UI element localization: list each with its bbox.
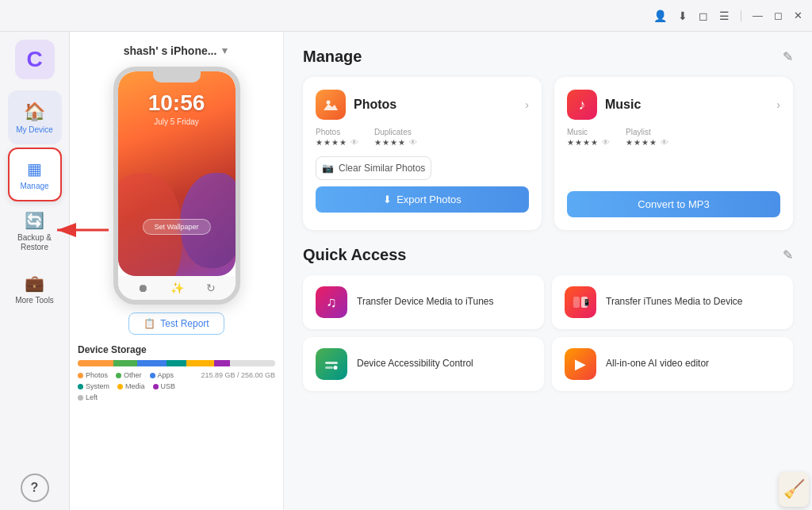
home-icon: 🏠 — [24, 102, 45, 122]
set-wallpaper-button[interactable]: Set Wallpaper — [142, 219, 210, 235]
legend-media: Media — [117, 382, 145, 390]
close-button[interactable]: ✕ — [794, 10, 802, 21]
export-icon: ⬇ — [383, 194, 392, 205]
legend-other-dot — [116, 373, 121, 378]
legend-left: Left — [78, 393, 98, 401]
user-icon[interactable]: 👤 — [653, 10, 667, 22]
clear-similar-photos-button[interactable]: 📷 Clear Similar Photos — [316, 156, 431, 180]
qa-transfer-device[interactable]: 📱 Transfer iTunes Media to Device — [552, 275, 793, 329]
titlebar: 👤 ⬇ ◻ ☰ ― ◻ ✕ — [0, 0, 812, 32]
manage-edit-icon[interactable]: ✎ — [783, 49, 793, 64]
brush-icon: 🧹 — [783, 479, 805, 500]
svg-point-10 — [334, 366, 338, 370]
convert-to-mp3-button[interactable]: Convert to MP3 — [567, 191, 780, 217]
storage-system-seg — [167, 360, 186, 366]
accessibility-icon — [316, 348, 347, 380]
photos-eye-icon: 👁 — [350, 138, 358, 147]
storage-total: 215.89 GB / 256.00 GB — [201, 371, 275, 379]
app-logo: C — [15, 40, 55, 79]
svg-text:📱: 📱 — [583, 298, 589, 306]
sidebar-item-manage-label: Manage — [20, 182, 48, 190]
sidebar-item-backup-label: Backup &Restore — [17, 233, 52, 252]
sidebar-item-more-tools[interactable]: 💼 More Tools — [8, 262, 62, 316]
legend-apps-dot — [150, 373, 155, 378]
phone-notch — [153, 71, 201, 82]
music-card-header: ♪ Music › — [567, 90, 780, 120]
device-storage: Device Storage Photos — [78, 344, 275, 401]
menu-icon[interactable]: ☰ — [719, 10, 730, 22]
music-stars: ★★★★ — [567, 138, 599, 147]
sidebar-item-my-device-label: My Device — [16, 125, 53, 134]
music-card-title: Music — [605, 98, 641, 112]
legend-system: System — [78, 382, 109, 390]
brush-tool-button[interactable]: 🧹 — [779, 472, 809, 507]
device-actions: 📋 Test Report — [78, 313, 275, 335]
qa-video-editor[interactable]: ▶ All-in-one AI video editor — [552, 337, 793, 391]
photos-card: Photos › Photos ★★★★ 👁 — [303, 77, 542, 230]
phone-mockup: 10:56 July 5 Friday Set Wallpaper ⏺ ✨ ↻ — [113, 67, 240, 305]
phone-refresh-icon: ↻ — [206, 282, 216, 294]
quick-access-cards: ♫ Transfer Device Media to iTunes 📱 Tran… — [303, 275, 793, 391]
music-note-icon: ♪ — [579, 97, 586, 113]
clear-similar-icon: 📷 — [322, 163, 334, 174]
photos-card-header: Photos › — [316, 90, 529, 120]
duplicates-stars: ★★★★ — [374, 138, 406, 147]
photos-card-chevron[interactable]: › — [525, 98, 529, 111]
sidebar-item-manage[interactable]: ▦ Manage — [8, 148, 62, 201]
music-card-chevron[interactable]: › — [776, 98, 780, 111]
storage-photos-seg — [78, 360, 113, 366]
app-body: C 🏠 My Device ▦ Manage 🔄 Backup &Restore… — [0, 32, 812, 510]
music-card-icon: ♪ — [567, 90, 597, 120]
qa-transfer-device-label: Transfer iTunes Media to Device — [606, 296, 743, 309]
photos-card-title-row: Photos — [316, 90, 396, 120]
playlist-eye-icon: 👁 — [661, 138, 668, 147]
help-button[interactable]: ? — [21, 474, 49, 502]
duplicates-eye-icon: 👁 — [409, 138, 417, 147]
legend-usb: USB — [153, 382, 176, 390]
play-icon: ▶ — [575, 355, 586, 373]
test-report-button[interactable]: 📋 Test Report — [128, 313, 224, 335]
legend-media-dot — [117, 384, 123, 389]
content-area: shash' s iPhone... ▼ 10:56 July 5 Friday… — [70, 32, 812, 510]
itunes-icon: ♫ — [316, 286, 347, 318]
manage-section-header: Manage ✎ — [303, 48, 793, 66]
svg-rect-8 — [325, 362, 338, 364]
music-card: ♪ Music › Music ★★★★ 👁 — [554, 77, 793, 230]
storage-left-seg — [230, 360, 275, 366]
device-name[interactable]: shash' s iPhone... ▼ — [124, 44, 230, 57]
legend-apps: Apps — [150, 371, 174, 379]
photos-card-stats: Photos ★★★★ 👁 Duplicates ★★★★ 👁 — [316, 128, 529, 147]
phone-screen: 10:56 July 5 Friday Set Wallpaper — [118, 71, 236, 276]
transfer-icon: 📱 — [565, 286, 596, 318]
quick-access-title: Quick Access — [303, 246, 406, 264]
export-photos-button[interactable]: ⬇ Export Photos — [316, 186, 529, 213]
music-eye-icon: 👁 — [602, 138, 610, 147]
qa-accessibility[interactable]: Device Accessibility Control — [303, 337, 544, 391]
titlebar-divider — [741, 10, 741, 21]
qa-video-editor-label: All-in-one AI video editor — [606, 358, 709, 370]
legend-left-dot — [78, 395, 83, 401]
sidebar-item-my-device[interactable]: 🏠 My Device — [8, 90, 62, 144]
quick-access-edit-icon[interactable]: ✎ — [783, 247, 793, 263]
music-card-stats: Music ★★★★ 👁 Playlist ★★★★ 👁 — [567, 128, 780, 147]
storage-title: Device Storage — [78, 344, 275, 355]
phone-date: July 5 Friday — [118, 117, 236, 126]
copy-icon[interactable]: ◻ — [699, 10, 708, 22]
main-panel: Manage ✎ — [284, 32, 812, 510]
backup-icon: 🔄 — [25, 211, 44, 230]
phone-time: 10:56 — [118, 90, 236, 116]
maximize-button[interactable]: ◻ — [774, 10, 783, 21]
chevron-down-icon: ▼ — [220, 45, 229, 56]
phone-brightness-icon: ✨ — [170, 282, 184, 294]
device-panel: shash' s iPhone... ▼ 10:56 July 5 Friday… — [70, 32, 284, 510]
qa-transfer-itunes[interactable]: ♫ Transfer Device Media to iTunes — [303, 275, 544, 329]
storage-other-seg — [113, 360, 137, 366]
storage-media-seg — [186, 360, 214, 366]
storage-bar — [78, 360, 275, 366]
svg-rect-9 — [325, 366, 333, 369]
report-icon: 📋 — [144, 318, 155, 329]
storage-legend: Photos Other Apps System — [78, 371, 201, 401]
minimize-button[interactable]: ― — [753, 10, 763, 21]
sidebar-item-backup-restore[interactable]: 🔄 Backup &Restore — [8, 205, 62, 259]
download-icon[interactable]: ⬇ — [678, 10, 688, 22]
